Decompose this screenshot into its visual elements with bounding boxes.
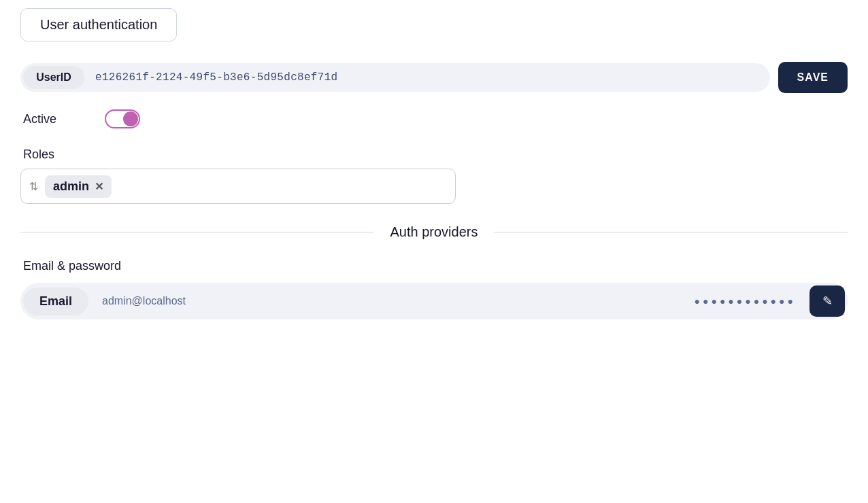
roles-section: Roles ⇅ admin ✕ [20,148,848,204]
auth-providers-label: Auth providers [374,224,495,240]
userid-label: UserID [23,66,84,89]
page-container: User authentication UserID e126261f-2124… [0,0,868,340]
toggle-thumb [123,111,138,126]
userid-container: UserID e126261f-2124-49f5-b3e6-5d95dc8ef… [20,63,770,92]
active-toggle[interactable] [105,109,140,128]
toggle-track[interactable] [105,109,140,128]
email-password-label: Email & password [20,259,848,273]
divider-right [494,232,848,232]
password-dots: ●●●●●●●●●●●● [681,289,809,313]
save-button[interactable]: SAVE [778,62,848,93]
role-tag-remove[interactable]: ✕ [95,180,103,193]
tab-user-authentication[interactable]: User authentication [20,8,177,41]
auth-providers-divider: Auth providers [20,224,848,240]
active-row: Active [20,109,848,128]
divider-left [20,232,374,232]
role-tag-admin: admin ✕ [45,175,112,198]
email-label-pill: Email [23,288,88,315]
roles-input-container[interactable]: ⇅ admin ✕ [20,169,456,204]
email-password-section: Email & password Email admin@localhost ●… [20,259,848,319]
roles-label: Roles [20,148,848,162]
userid-value: e126261f-2124-49f5-b3e6-5d95dc8ef71d [84,66,767,89]
sort-icon[interactable]: ⇅ [29,180,38,193]
userid-row: UserID e126261f-2124-49f5-b3e6-5d95dc8ef… [20,62,848,93]
edit-icon: ✎ [822,294,833,309]
role-tag-label: admin [53,179,89,194]
edit-password-button[interactable]: ✎ [809,285,845,317]
email-row-container: Email admin@localhost ●●●●●●●●●●●● ✎ [20,283,848,319]
tab-bar: User authentication [20,8,848,41]
email-value: admin@localhost [88,288,680,314]
active-label: Active [23,112,105,126]
